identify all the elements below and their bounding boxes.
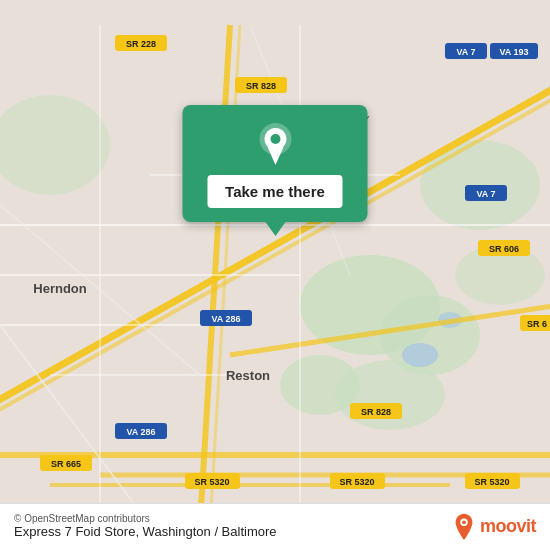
svg-text:Reston: Reston [226, 368, 270, 383]
svg-text:SR 5320: SR 5320 [194, 477, 229, 487]
take-me-there-button[interactable]: Take me there [207, 175, 343, 208]
svg-text:Herndon: Herndon [33, 281, 87, 296]
svg-marker-62 [267, 147, 283, 165]
svg-text:VA 7: VA 7 [456, 47, 475, 57]
moovit-brand-text: moovit [480, 516, 536, 537]
svg-point-8 [402, 343, 438, 367]
svg-point-64 [462, 520, 466, 524]
svg-text:VA 7: VA 7 [476, 189, 495, 199]
popup-card: Take me there [183, 105, 368, 222]
svg-text:SR 228: SR 228 [126, 39, 156, 49]
location-text: Express 7 Foid Store, Washington / Balti… [14, 524, 277, 539]
svg-text:SR 6: SR 6 [527, 319, 547, 329]
svg-point-61 [270, 134, 280, 144]
svg-text:VA 286: VA 286 [211, 314, 240, 324]
svg-text:SR 828: SR 828 [246, 81, 276, 91]
copyright-text: © OpenStreetMap contributors [14, 513, 277, 524]
moovit-logo: moovit [452, 512, 536, 540]
svg-text:SR 665: SR 665 [51, 459, 81, 469]
svg-point-6 [335, 360, 445, 430]
bottom-bar: © OpenStreetMap contributors Express 7 F… [0, 503, 550, 550]
svg-text:SR 828: SR 828 [361, 407, 391, 417]
svg-text:SR 5320: SR 5320 [474, 477, 509, 487]
svg-text:VA 286: VA 286 [126, 427, 155, 437]
bottom-bar-left: © OpenStreetMap contributors Express 7 F… [14, 513, 277, 539]
moovit-pin-icon [452, 512, 476, 540]
svg-text:SR 606: SR 606 [489, 244, 519, 254]
map-background: SR 228 SR 828 VA 7 VA 193 VA 7 SR 606 VA… [0, 0, 550, 550]
svg-text:VA 193: VA 193 [499, 47, 528, 57]
location-pin-icon [253, 121, 297, 165]
svg-text:SR 5320: SR 5320 [339, 477, 374, 487]
map-container: SR 228 SR 828 VA 7 VA 193 VA 7 SR 606 VA… [0, 0, 550, 550]
